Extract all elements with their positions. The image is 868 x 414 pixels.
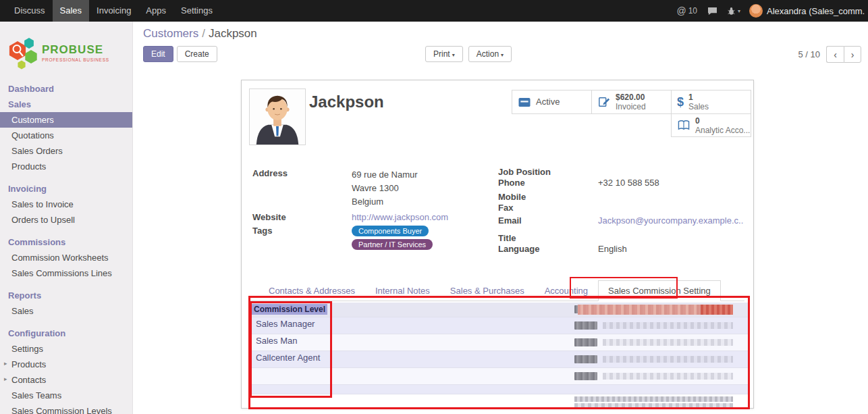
sidebar-item-sales-to-invoice[interactable]: Sales to Invoice [0, 197, 132, 212]
table-row-callcenter-agent[interactable]: Callcenter Agent [252, 351, 750, 368]
sidebar-section-reports[interactable]: Reports [0, 288, 132, 303]
topbar-menu-invoicing[interactable]: Invoicing [89, 0, 138, 22]
topbar-menu-apps[interactable]: Apps [138, 0, 173, 22]
stat-value: 0 [695, 116, 750, 126]
title-label: Title [498, 233, 598, 244]
sidebar: PROBUSE PROFESSIONAL BUSINESS Dashboard … [0, 22, 133, 414]
redacted-region [603, 322, 733, 329]
topbar-right: @ 10 ▾ Alexandra (Sales_comm.. [671, 0, 868, 22]
tag-components-buyer[interactable]: Components Buyer [352, 226, 429, 236]
sidebar-item-config-contacts[interactable]: ▸Contacts [0, 372, 132, 388]
app-logo[interactable]: PROBUSE PROFESSIONAL BUSINESS [0, 22, 132, 81]
tag-partner-it-services[interactable]: Partner / IT Services [352, 239, 433, 250]
analytic-accounts-stat-button[interactable]: 0 Analytic Acco... [671, 113, 751, 137]
pager-count: 5 / 10 [798, 49, 820, 59]
fields-right-column: Job Position Phone+32 10 588 558 Mobile … [498, 167, 747, 255]
expand-arrow-icon[interactable]: ▸ [4, 360, 7, 367]
phone-label: Phone [498, 178, 598, 188]
website-link[interactable]: http://www.jackpson.com [352, 212, 448, 222]
sidebar-item-sales-teams[interactable]: Sales Teams [0, 388, 132, 403]
job-position-label: Job Position [498, 167, 598, 178]
sidebar-item-dashboard[interactable]: Dashboard [0, 81, 132, 97]
mentions-button[interactable]: @ 10 [671, 5, 703, 16]
topbar-menus: Discuss Sales Invoicing Apps Settings [0, 0, 220, 22]
pager: 5 / 10 ‹ › [798, 46, 861, 63]
topbar-menu-sales[interactable]: Sales [53, 0, 90, 22]
action-label: Action [477, 49, 499, 59]
redacted-region [574, 396, 733, 402]
user-avatar [749, 4, 763, 18]
language-value: English [598, 244, 627, 255]
action-dropdown-button[interactable]: Action▾ [468, 46, 512, 62]
sidebar-section-configuration[interactable]: Configuration [0, 326, 132, 341]
chevron-down-icon: ▾ [501, 52, 504, 58]
sidebar-section-commissions[interactable]: Commissions [0, 234, 132, 250]
commission-table: Commission Level Sales Manager Sales Man… [252, 303, 750, 409]
address-country: Belgium [352, 195, 418, 209]
sidebar-item-customers[interactable]: Customers [0, 112, 132, 128]
sales-stat-button[interactable]: $ 1 Sales [671, 90, 751, 114]
address-street: 69 rue de Namur [352, 168, 418, 182]
redacted-region [603, 356, 733, 363]
table-row-empty[interactable] [252, 385, 750, 394]
sidebar-item-commission-worksheets[interactable]: Commission Worksheets [0, 250, 132, 265]
table-row-sales-manager[interactable]: Sales Manager [252, 317, 750, 334]
sidebar-section-invoicing[interactable]: Invoicing [0, 181, 132, 197]
dollar-icon: $ [677, 95, 684, 109]
user-menu[interactable]: Alexandra (Sales_comm.. [745, 4, 865, 18]
commission-level-header[interactable]: Commission Level [252, 304, 327, 315]
breadcrumb-customers-link[interactable]: Customers [143, 27, 198, 40]
table-row-sales-man[interactable]: Sales Man [252, 334, 750, 351]
sidebar-item-quotations[interactable]: Quotations [0, 128, 132, 143]
stat-row-2: 0 Analytic Acco... [510, 114, 751, 137]
sidebar-item-settings[interactable]: Settings [0, 341, 132, 357]
tab-sales-commission-setting[interactable]: Sales Commission Setting [598, 280, 721, 301]
create-button[interactable]: Create [177, 46, 217, 62]
edit-button[interactable]: Edit [143, 46, 173, 62]
sidebar-nav: Dashboard Sales Customers Quotations Sal… [0, 81, 132, 414]
stat-label: Active [536, 97, 560, 107]
sidebar-item-products[interactable]: Products [0, 159, 132, 174]
sidebar-item-sales-orders[interactable]: Sales Orders [0, 143, 132, 159]
sidebar-item-sales-commissions-lines[interactable]: Sales Commissions Lines [0, 265, 132, 281]
topbar-menu-settings[interactable]: Settings [173, 0, 220, 22]
pager-previous-button[interactable]: ‹ [826, 46, 844, 63]
messages-icon[interactable] [703, 7, 722, 16]
stat-value: $620.00 [616, 93, 646, 102]
customer-avatar [249, 88, 306, 145]
sidebar-item-reports-sales[interactable]: Sales [0, 303, 132, 319]
form-sheet: Jackpson Active $620.00 Invoiced [241, 80, 754, 409]
breadcrumb-separator: / [202, 27, 205, 40]
redacted-region [574, 372, 597, 380]
email-link[interactable]: Jackpson@yourcompany.example.c.. [598, 215, 743, 226]
stat-buttons: Active $620.00 Invoiced $ 1 Sales [510, 90, 751, 137]
commission-level-cell: Sales Man [252, 333, 300, 348]
sidebar-item-sales-commission-levels[interactable]: Sales Commission Levels [0, 403, 132, 414]
tab-sales-purchases[interactable]: Sales & Purchases [440, 280, 535, 301]
expand-arrow-icon[interactable]: ▸ [4, 376, 7, 382]
active-stat-button[interactable]: Active [512, 90, 592, 114]
tab-internal-notes[interactable]: Internal Notes [365, 280, 440, 301]
topbar-menu-discuss[interactable]: Discuss [7, 0, 53, 22]
debug-menu-button[interactable]: ▾ [722, 7, 745, 16]
redacted-region [574, 403, 733, 408]
sidebar-item-orders-to-upsell[interactable]: Orders to Upsell [0, 212, 132, 228]
commission-level-cell: Callcenter Agent [252, 350, 323, 365]
breadcrumb: Customers/Jackpson [143, 27, 257, 41]
mobile-label: Mobile [498, 192, 598, 203]
main-content: Customers/Jackpson Edit Create Print▾ Ac… [133, 22, 868, 414]
tab-accounting[interactable]: Accounting [535, 280, 598, 301]
fax-label: Fax [498, 203, 598, 213]
invoiced-stat-button[interactable]: $620.00 Invoiced [591, 90, 672, 114]
redacted-region [574, 338, 597, 346]
logo-title: PROBUSE [42, 44, 109, 56]
sidebar-section-sales[interactable]: Sales [0, 97, 132, 112]
table-row-empty[interactable] [252, 368, 750, 385]
sidebar-item-config-products[interactable]: ▸Products [0, 357, 132, 372]
logo-text: PROBUSE PROFESSIONAL BUSINESS [42, 44, 109, 62]
print-label: Print [433, 49, 450, 59]
pager-next-button[interactable]: › [844, 46, 861, 63]
print-dropdown-button[interactable]: Print▾ [425, 46, 463, 62]
tags-label: Tags [252, 226, 352, 250]
tab-contacts-addresses[interactable]: Contacts & Addresses [259, 280, 365, 301]
